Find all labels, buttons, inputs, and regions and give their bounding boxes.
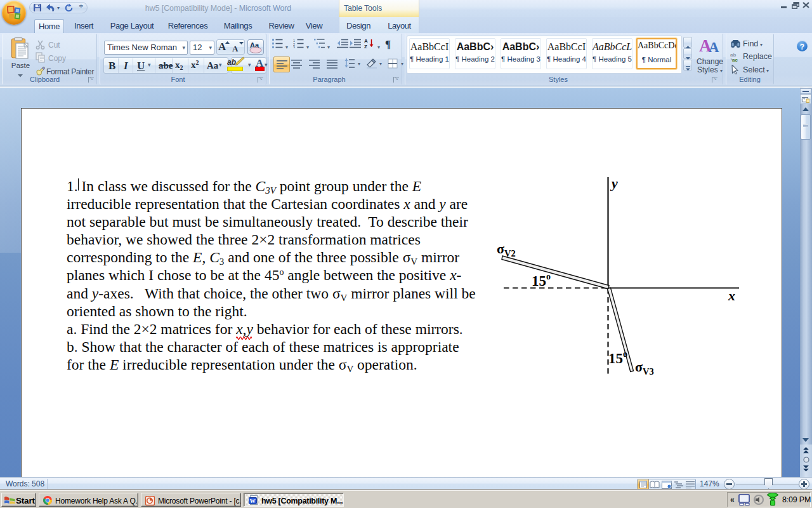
svg-text:ac: ac [732,57,738,62]
svg-text:y: y [610,175,618,191]
svg-text:σV2: σV2 [497,241,516,258]
svg-text:3: 3 [293,46,295,49]
svg-text:σV3: σV3 [635,359,654,377]
svg-text:W: W [250,498,256,504]
svg-text:Z: Z [364,44,367,48]
svg-text:15o: 15o [532,272,551,289]
svg-text:15o: 15o [608,349,627,366]
svg-text:x: x [728,288,735,304]
svg-text:A: A [364,38,368,44]
